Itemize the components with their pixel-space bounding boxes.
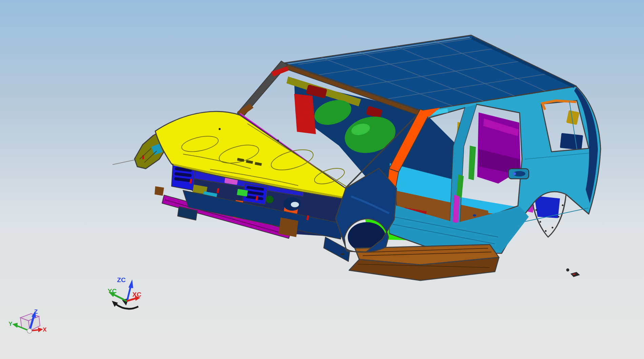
wcs-triad[interactable]: ZC YC XC <box>108 276 142 309</box>
view-origin-sphere[interactable] <box>27 329 32 333</box>
debris-bracket[interactable] <box>570 272 580 277</box>
model-canvas[interactable]: ZC YC XC Z Y <box>0 0 644 359</box>
wcs-y-label: YC <box>108 288 117 295</box>
debris-part[interactable] <box>566 269 580 277</box>
debris-bolt[interactable] <box>566 269 569 272</box>
view-y-label: Y <box>8 321 13 327</box>
wcs-x-label: XC <box>133 291 142 298</box>
pillar-seal-green[interactable] <box>468 146 476 180</box>
grille-slots-right <box>246 186 264 200</box>
b-pillar-inner-red[interactable] <box>294 94 316 134</box>
rear-door-handle[interactable] <box>508 169 529 179</box>
bracket-brown-lower <box>279 217 298 237</box>
tow-hook-green <box>266 196 274 203</box>
apron-whisker <box>113 160 135 165</box>
apron-brown-left <box>155 186 164 196</box>
frame-bore-light <box>291 202 299 207</box>
view-z-label: Z <box>34 309 38 315</box>
view-x-label: X <box>43 326 47 333</box>
wcs-rotate-handle[interactable] <box>115 304 138 309</box>
wcs-y-axis[interactable]: YC <box>108 288 127 301</box>
cad-viewport[interactable]: ZC YC XC Z Y <box>0 0 644 359</box>
quarter-window-box[interactable] <box>560 133 583 150</box>
quarter-window-orange-frame <box>542 101 576 110</box>
wcs-z-label: ZC <box>117 276 126 283</box>
view-triad[interactable]: Z Y X <box>8 309 47 333</box>
